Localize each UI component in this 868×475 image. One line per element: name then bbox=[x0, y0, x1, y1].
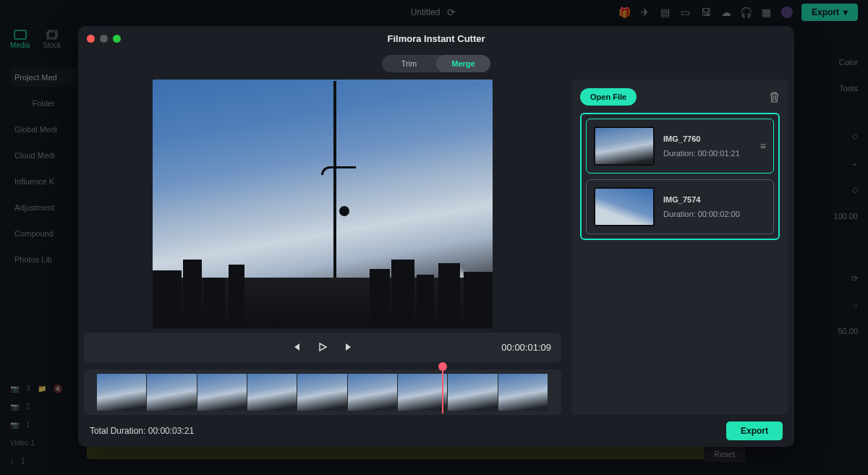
delete-button[interactable] bbox=[769, 91, 780, 103]
filmstrip-thumb bbox=[97, 374, 147, 411]
chevron-down-icon: ▾ bbox=[843, 7, 848, 17]
send-icon[interactable]: ✈ bbox=[639, 7, 651, 18]
circle-icon[interactable]: ○ bbox=[853, 301, 858, 309]
file-name: IMG_7574 bbox=[663, 195, 740, 204]
right-tab-tools[interactable]: Tools bbox=[839, 84, 858, 93]
filmstrip[interactable] bbox=[84, 369, 561, 415]
track-num: 2 bbox=[26, 403, 30, 411]
tab-stock-label: Stock bbox=[43, 41, 61, 49]
right-panel: Color Tools ◇ ⌄ ◇ 100.00 ⟳ ○ 50.00 bbox=[807, 58, 858, 335]
sidebar-item-cloud[interactable]: Cloud Medi bbox=[10, 146, 77, 165]
timeline-clip[interactable] bbox=[87, 445, 709, 459]
sidebar-item-project[interactable]: Project Med bbox=[10, 68, 77, 87]
media-icon bbox=[14, 30, 27, 40]
export-top-button[interactable]: Export ▾ bbox=[801, 4, 858, 21]
sidebar-item-global[interactable]: Global Medi bbox=[10, 120, 77, 139]
filmstrip-thumb bbox=[498, 374, 548, 411]
value-100: 100.00 bbox=[833, 212, 858, 221]
sidebar-item-influence[interactable]: Influence K bbox=[10, 172, 77, 191]
playback-controls: 00:00:01:09 bbox=[84, 333, 561, 362]
tab-media[interactable]: Media bbox=[10, 30, 30, 49]
tab-trim[interactable]: Trim bbox=[382, 55, 436, 72]
file-thumbnail bbox=[594, 127, 655, 166]
playhead[interactable] bbox=[442, 367, 443, 414]
filmstrip-thumb bbox=[147, 374, 197, 411]
camera-icon: 📷 bbox=[10, 421, 19, 429]
notes-icon[interactable]: ▤ bbox=[660, 7, 671, 18]
mute-icon: 🔇 bbox=[54, 385, 62, 393]
file-card-0[interactable]: IMG_7760 Duration: 00:00:01:21 ≡ bbox=[586, 119, 774, 174]
next-frame-button[interactable] bbox=[344, 342, 354, 352]
mode-segmented-control: Trim Merge bbox=[382, 55, 490, 72]
file-list-pane: Open File IMG_7760 Duration: 00:00:01:21… bbox=[571, 80, 788, 415]
diamond-icon[interactable]: ◇ bbox=[852, 185, 858, 194]
apps-icon[interactable]: ▦ bbox=[761, 7, 773, 18]
headset-icon[interactable]: 🎧 bbox=[741, 7, 752, 18]
folder-icon: 📁 bbox=[38, 385, 46, 393]
modal-title: Filmora Instant Cutter bbox=[387, 33, 485, 44]
track-2[interactable]: 📷2 bbox=[10, 403, 75, 411]
music-icon: ♪ bbox=[10, 457, 14, 465]
prev-frame-button[interactable] bbox=[292, 342, 302, 352]
modal-titlebar: Filmora Instant Cutter bbox=[78, 26, 794, 51]
modal-footer: Total Duration: 00:00:03:21 Export bbox=[78, 415, 794, 447]
instant-cutter-modal: Filmora Instant Cutter Trim Merge bbox=[78, 26, 794, 447]
cloud-icon[interactable]: ☁ bbox=[720, 7, 732, 18]
refresh-icon[interactable]: ⟳ bbox=[851, 274, 858, 283]
track-1[interactable]: 📷1 bbox=[10, 421, 75, 429]
camera-icon: 📷 bbox=[10, 385, 19, 393]
open-file-button[interactable]: Open File bbox=[580, 88, 637, 106]
video-preview[interactable] bbox=[153, 80, 493, 328]
value-50: 50.00 bbox=[838, 327, 858, 335]
gift-icon[interactable]: 🎁 bbox=[619, 7, 631, 18]
track-3[interactable]: 📷3📁🔇 bbox=[10, 385, 75, 393]
filmstrip-thumb bbox=[398, 374, 448, 411]
reset-button[interactable]: Reset bbox=[704, 446, 745, 462]
file-card-1[interactable]: IMG_7574 Duration: 00:00:02:00 bbox=[586, 179, 774, 234]
preview-pane: 00:00:01:09 bbox=[84, 80, 561, 415]
file-group: IMG_7760 Duration: 00:00:01:21 ≡ IMG_757… bbox=[580, 113, 780, 240]
sidebar-item-compound[interactable]: Compound bbox=[10, 224, 77, 243]
app-topbar: Untitled ⟳ 🎁 ✈ ▤ ▭ 🖫 ☁ 🎧 ▦ Export ▾ bbox=[0, 0, 868, 25]
track-num: 1 bbox=[21, 457, 25, 465]
close-window-button[interactable] bbox=[87, 35, 95, 43]
audio-track-1[interactable]: ♪1 bbox=[10, 457, 75, 465]
play-button[interactable] bbox=[318, 342, 328, 352]
zoom-window-button[interactable] bbox=[113, 35, 121, 43]
minimize-window-button[interactable] bbox=[100, 35, 108, 43]
export-button[interactable]: Export bbox=[726, 421, 783, 440]
video-track-label: Video 1 bbox=[10, 439, 75, 447]
stock-icon bbox=[46, 30, 58, 40]
file-duration: Duration: 00:00:01:21 bbox=[663, 149, 740, 158]
filmstrip-thumb bbox=[297, 374, 347, 411]
track-num: 3 bbox=[26, 385, 30, 393]
right-tab-color[interactable]: Color bbox=[839, 58, 858, 67]
file-duration: Duration: 00:00:02:00 bbox=[663, 210, 740, 218]
sidebar-item-adjustment[interactable]: Adjustment bbox=[10, 198, 77, 217]
filmstrip-thumb bbox=[197, 374, 247, 411]
tab-merge[interactable]: Merge bbox=[436, 55, 490, 72]
filmstrip-thumb bbox=[348, 374, 398, 411]
sidebar-item-folder[interactable]: Folder bbox=[10, 94, 77, 113]
track-labels: 📷3📁🔇 📷2 📷1 Video 1 ♪1 bbox=[10, 385, 75, 465]
tab-stock[interactable]: Stock bbox=[43, 30, 61, 49]
sidebar-item-photos[interactable]: Photos Lib bbox=[10, 250, 77, 269]
save-icon[interactable]: 🖫 bbox=[700, 7, 712, 18]
file-name: IMG_7760 bbox=[663, 134, 740, 143]
chevron-down-icon[interactable]: ⌄ bbox=[851, 158, 858, 168]
svg-rect-0 bbox=[14, 30, 26, 39]
file-thumbnail bbox=[594, 187, 655, 226]
total-duration: Total Duration: 00:00:03:21 bbox=[90, 426, 194, 436]
avatar[interactable] bbox=[781, 7, 793, 18]
screen-icon[interactable]: ▭ bbox=[680, 7, 692, 18]
sidebar: Project Med Folder Global Medi Cloud Med… bbox=[10, 68, 77, 269]
cloud-sync-icon[interactable]: ⟳ bbox=[446, 7, 457, 18]
filmstrip-thumb bbox=[247, 374, 297, 411]
timecode: 00:00:01:09 bbox=[501, 342, 551, 353]
track-num: 1 bbox=[26, 421, 30, 429]
filmstrip-thumb bbox=[448, 374, 498, 411]
camera-icon: 📷 bbox=[10, 403, 19, 411]
diamond-icon[interactable]: ◇ bbox=[852, 132, 858, 141]
drag-handle-icon[interactable]: ≡ bbox=[760, 140, 766, 152]
trash-icon bbox=[769, 91, 780, 103]
